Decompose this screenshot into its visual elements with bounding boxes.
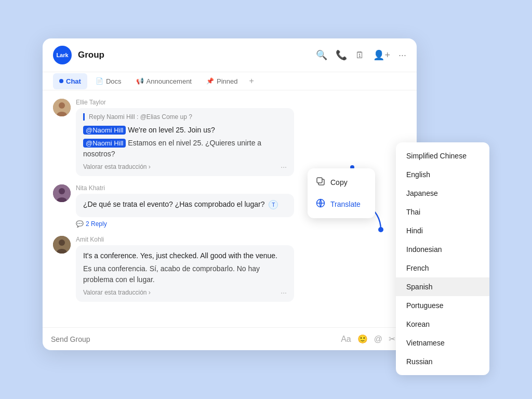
msg1-translation: @Naomi Hill Estamos en el nivel 25. ¿Qui… xyxy=(83,138,287,159)
tab-add[interactable]: + xyxy=(246,72,257,90)
sender-amit: Amit Kohli xyxy=(76,236,406,243)
lang-korean[interactable]: Korean xyxy=(396,315,489,334)
group-title: Group xyxy=(78,50,310,60)
lang-spanish[interactable]: Spanish xyxy=(396,277,489,296)
header-icons: 🔍 📞 🗓 👤+ ··· xyxy=(316,49,406,61)
bubble-3: It's a conference. Yes, just checked. Al… xyxy=(76,245,294,302)
more-options-3[interactable]: ··· xyxy=(281,288,287,297)
svg-rect-12 xyxy=(317,178,322,183)
tab-announcement[interactable]: 📢 Announcement xyxy=(130,73,198,89)
msg3-translation: Es una conferencia. Sí, acabo de comprob… xyxy=(83,263,287,285)
docs-icon: 📄 xyxy=(96,77,103,85)
more-options-1[interactable]: ··· xyxy=(281,163,287,171)
scissors-icon[interactable]: ✂ xyxy=(389,334,395,344)
lang-thai[interactable]: Thai xyxy=(396,203,489,221)
font-icon[interactable]: Aa xyxy=(341,335,351,344)
msg1-footer: Valorar esta traducción › ··· xyxy=(83,163,287,171)
add-user-icon[interactable]: 👤+ xyxy=(373,49,390,61)
lang-japanese[interactable]: Japanese xyxy=(396,184,489,203)
msg3-line1: It's a conference. Yes, just checked. Al… xyxy=(83,250,287,261)
lang-simplified-chinese[interactable]: Simplified Chinese xyxy=(396,147,489,165)
lang-indonesian[interactable]: Indonesian xyxy=(396,240,489,259)
bubble-1: Reply Naomi Hill : @Elias Come up ? @Nao… xyxy=(76,108,294,176)
valorar-3[interactable]: Valorar esta traducción › xyxy=(83,289,151,296)
valorar-1[interactable]: Valorar esta traducción › xyxy=(83,163,151,170)
lang-portuguese[interactable]: Portuguese xyxy=(396,296,489,315)
lang-hindi[interactable]: Hindi xyxy=(396,221,489,240)
tab-docs[interactable]: 📄 Docs xyxy=(89,73,128,89)
message-input[interactable] xyxy=(51,335,336,343)
lang-vietnamese[interactable]: Vietnamese xyxy=(396,334,489,352)
msg1-line1: @Naomi Hill We're on level 25. Join us? xyxy=(83,125,287,136)
msg2-line1: ¿De qué se trata el evento? ¿Has comprob… xyxy=(83,199,287,210)
svg-point-7 xyxy=(59,240,65,246)
svg-point-1 xyxy=(59,102,65,109)
lang-russian[interactable]: Russian xyxy=(396,352,489,371)
bubble-2: ¿De qué se trata el evento? ¿Has comprob… xyxy=(76,194,294,217)
message-content-3: Amit Kohli It's a conference. Yes, just … xyxy=(76,236,406,302)
avatar-amit xyxy=(53,236,71,254)
language-dropdown: Simplified Chinese English Japanese Thai… xyxy=(396,142,489,375)
message-content-1: Ellie Taylor Reply Naomi Hill : @Elias C… xyxy=(76,99,406,176)
lark-logo: Lark xyxy=(53,46,72,64)
svg-point-4 xyxy=(59,188,65,194)
translate-icon xyxy=(316,198,325,210)
emoji-icon[interactable]: 🙂 xyxy=(357,334,368,344)
calendar-icon[interactable]: 🗓 xyxy=(355,50,365,61)
lang-french[interactable]: French xyxy=(396,259,489,277)
mention-naomi-1: @Naomi Hill xyxy=(83,126,126,135)
sender-ellie: Ellie Taylor xyxy=(76,99,406,106)
phone-icon[interactable]: 📞 xyxy=(336,49,347,61)
copy-icon xyxy=(316,177,325,188)
chat-header: Lark Group 🔍 📞 🗓 👤+ ··· xyxy=(43,38,417,72)
translate-menu-item[interactable]: Translate xyxy=(308,193,375,215)
reply-icon: 💬 xyxy=(76,220,84,228)
reply-count-2[interactable]: 💬 2 Reply xyxy=(76,220,406,228)
reply-banner-1: Reply Naomi Hill : @Elias Come up ? xyxy=(83,113,287,121)
chat-tabs: Chat 📄 Docs 📢 Announcement 📌 Pinned + xyxy=(43,72,417,90)
announcement-icon: 📢 xyxy=(136,77,144,85)
context-menu: Copy Translate xyxy=(308,168,375,218)
avatar-ellie xyxy=(53,99,71,116)
main-container: Lark Group 🔍 📞 🗓 👤+ ··· Chat 📄 Docs � xyxy=(43,38,489,361)
mention-naomi-2: @Naomi Hill xyxy=(83,139,126,148)
message-group-1: Ellie Taylor Reply Naomi Hill : @Elias C… xyxy=(53,99,406,176)
mention-icon[interactable]: @ xyxy=(374,335,382,344)
translate-badge[interactable]: T xyxy=(269,200,278,209)
search-icon[interactable]: 🔍 xyxy=(316,49,327,61)
msg3-footer: Valorar esta traducción › ··· xyxy=(83,288,287,297)
message-group-3: Amit Kohli It's a conference. Yes, just … xyxy=(53,236,406,302)
lang-english[interactable]: English xyxy=(396,165,489,184)
chat-tab-dot xyxy=(59,79,63,83)
more-icon[interactable]: ··· xyxy=(398,50,406,61)
tab-pinned[interactable]: 📌 Pinned xyxy=(200,73,244,89)
input-area: Aa 🙂 @ ✂ ⊕ xyxy=(43,327,417,350)
copy-menu-item[interactable]: Copy xyxy=(308,171,375,193)
tab-chat[interactable]: Chat xyxy=(53,73,87,89)
pinned-icon: 📌 xyxy=(206,77,214,85)
avatar-nita xyxy=(53,184,71,202)
